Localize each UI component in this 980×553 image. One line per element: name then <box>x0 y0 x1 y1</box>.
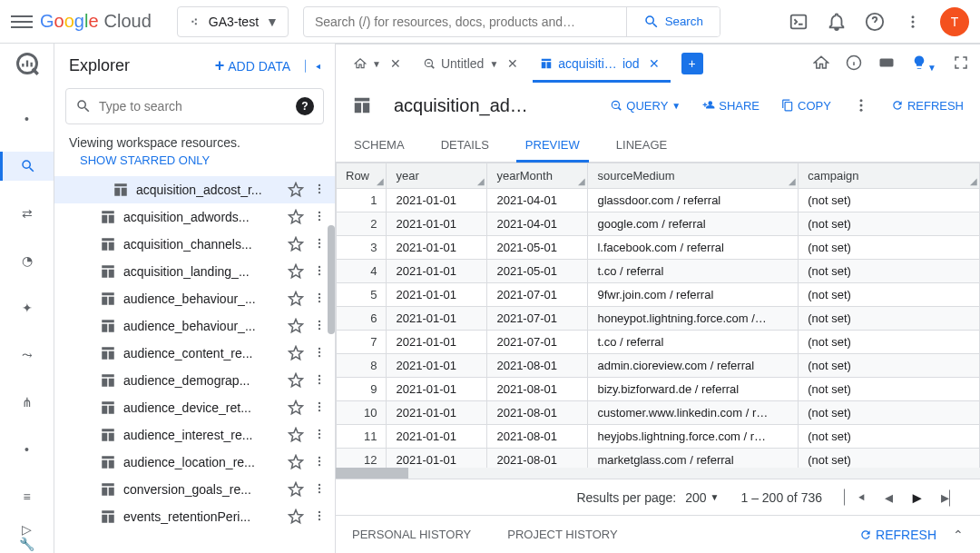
table-row[interactable]: 72021-01-012021-07-01t.co / referral(not… <box>337 331 980 354</box>
table-row[interactable]: 62021-01-012021-07-01honeypot.lightning.… <box>337 307 980 331</box>
bigquery-logo-icon[interactable] <box>15 51 40 79</box>
collapse-explorer-icon[interactable]: ⎸◂ <box>305 58 320 74</box>
info-icon[interactable] <box>846 54 862 74</box>
star-icon[interactable] <box>288 454 304 470</box>
untitled-tab[interactable]: Untitled ▼ ✕ <box>416 44 529 83</box>
share-button[interactable]: SHARE <box>702 99 760 113</box>
star-icon[interactable] <box>288 509 304 525</box>
tree-item-more-icon[interactable] <box>311 400 328 416</box>
search-input[interactable] <box>304 15 626 29</box>
scrollbar-thumb[interactable] <box>328 225 335 334</box>
star-icon[interactable] <box>288 209 304 225</box>
close-icon[interactable]: ✕ <box>387 54 405 73</box>
tree-item-more-icon[interactable] <box>311 291 328 307</box>
tab-schema[interactable]: SCHEMA <box>336 128 423 162</box>
table-row[interactable]: 82021-01-012021-08-01admin.cioreview.com… <box>337 354 980 378</box>
tree-item[interactable]: audience_behaviour_... <box>54 312 335 340</box>
close-icon[interactable]: ✕ <box>645 54 663 73</box>
tree-item-more-icon[interactable] <box>311 183 328 198</box>
tree-item[interactable]: acquisition_adcost_r... <box>54 176 335 203</box>
table-row[interactable]: 42021-01-012021-05-01t.co / referral(not… <box>337 260 980 283</box>
column-header[interactable]: year◢ <box>387 163 487 189</box>
rail-schedule-icon[interactable]: ◔ <box>0 246 54 275</box>
tree-item[interactable]: acquisition_landing_... <box>54 258 335 285</box>
tree-item-more-icon[interactable] <box>311 509 328 525</box>
star-icon[interactable] <box>288 400 304 416</box>
search-button[interactable]: Search <box>626 7 720 36</box>
star-icon[interactable] <box>288 236 304 252</box>
tab-personal-history[interactable]: PERSONAL HISTORY <box>352 528 471 541</box>
rail-dot-icon[interactable]: • <box>0 104 54 133</box>
table-row[interactable]: 122021-01-012021-08-01marketglass.com / … <box>337 449 980 469</box>
rail-list-icon[interactable]: ≡ <box>0 482 54 511</box>
tree-item[interactable]: conversion_goals_re... <box>54 476 335 503</box>
copy-button[interactable]: COPY <box>781 99 831 113</box>
tree-item-more-icon[interactable] <box>311 482 328 498</box>
tab-details[interactable]: DETAILS <box>423 128 507 162</box>
notifications-icon[interactable] <box>826 11 848 33</box>
explorer-search[interactable]: ? <box>65 88 324 124</box>
star-icon[interactable] <box>288 345 304 361</box>
help-icon[interactable] <box>864 11 886 33</box>
tree-item[interactable]: audience_interest_re... <box>54 421 335 449</box>
tree-item[interactable]: audience_demograp... <box>54 367 335 394</box>
bulb-icon[interactable]: ▼ <box>911 54 936 74</box>
more-icon[interactable] <box>902 11 924 33</box>
rail-analytics-icon[interactable]: ✦ <box>0 293 54 322</box>
rail-dot2-icon[interactable]: • <box>0 435 54 464</box>
menu-icon[interactable] <box>11 11 33 33</box>
close-icon[interactable]: ✕ <box>504 54 522 73</box>
cloud-shell-icon[interactable] <box>788 11 809 33</box>
tree-item-more-icon[interactable] <box>311 373 328 389</box>
tree-item[interactable]: audience_device_ret... <box>54 394 335 421</box>
tab-project-history[interactable]: PROJECT HISTORY <box>507 528 617 541</box>
table-row[interactable]: 112021-01-012021-08-01heyjobs.lightning.… <box>337 425 980 449</box>
history-refresh-button[interactable]: REFRESH <box>859 528 936 542</box>
add-data-button[interactable]: + ADD DATA <box>215 56 290 75</box>
tree-item-more-icon[interactable] <box>311 264 328 280</box>
tab-lineage[interactable]: LINEAGE <box>598 128 685 162</box>
rail-transfer-icon[interactable]: ⇄ <box>0 199 54 228</box>
prev-page-button[interactable]: ◂ <box>885 488 893 508</box>
tree-item[interactable]: audience_content_re... <box>54 340 335 367</box>
fullscreen-icon[interactable] <box>953 54 969 74</box>
column-header[interactable]: campaign◢ <box>799 163 980 189</box>
home-toolbar-icon[interactable] <box>813 54 829 74</box>
rail-flow-icon[interactable]: ⤳ <box>0 341 54 370</box>
history-expand-icon[interactable]: ⌃ <box>953 528 964 542</box>
tree-item[interactable]: audience_behaviour_... <box>54 285 335 312</box>
tree-item[interactable]: acquisition_adwords... <box>54 203 335 231</box>
tree-item-more-icon[interactable] <box>311 428 328 443</box>
tree-item[interactable]: audience_location_re... <box>54 449 335 476</box>
tree-item-more-icon[interactable] <box>311 319 328 334</box>
rail-expand-icon[interactable]: ▷ <box>0 515 54 544</box>
tab-preview[interactable]: PREVIEW <box>507 128 598 162</box>
google-cloud-logo[interactable]: Google Cloud <box>40 11 152 32</box>
explorer-search-input[interactable] <box>99 99 289 114</box>
avatar[interactable]: T <box>940 7 969 36</box>
table-row[interactable]: 32021-01-012021-05-01l.facebook.com / re… <box>337 236 980 260</box>
acquisition-tab[interactable]: acquisiti… iod ✕ <box>533 44 670 83</box>
table-row[interactable]: 102021-01-012021-08-01customer.www.linke… <box>337 401 980 425</box>
refresh-button[interactable]: REFRESH <box>891 99 964 113</box>
star-icon[interactable] <box>288 372 304 389</box>
table-row[interactable]: 12021-01-012021-04-01glassdoor.com / ref… <box>337 189 980 212</box>
show-starred-link[interactable]: SHOW STARRED ONLY <box>54 153 335 176</box>
search-help-icon[interactable]: ? <box>296 97 314 115</box>
tree-item-more-icon[interactable] <box>311 210 328 225</box>
column-header[interactable]: sourceMedium◢ <box>588 163 799 189</box>
query-button[interactable]: QUERY ▼ <box>610 99 681 113</box>
star-icon[interactable] <box>288 182 304 198</box>
star-icon[interactable] <box>288 427 304 443</box>
tree-item-more-icon[interactable] <box>311 455 328 470</box>
toolbar-more-button[interactable] <box>853 97 869 114</box>
keyboard-icon[interactable] <box>878 54 895 74</box>
tree-item[interactable]: acquisition_channels... <box>54 231 335 258</box>
horizontal-scrollbar[interactable] <box>336 468 980 479</box>
table-row[interactable]: 92021-01-012021-08-01bizy.bizforward.de … <box>337 378 980 401</box>
perpage-select[interactable]: 200▼ <box>685 490 719 505</box>
home-tab[interactable]: ▼ ✕ <box>347 44 412 83</box>
star-icon[interactable] <box>288 481 304 498</box>
column-header[interactable]: yearMonth◢ <box>487 163 588 189</box>
star-icon[interactable] <box>288 291 304 307</box>
